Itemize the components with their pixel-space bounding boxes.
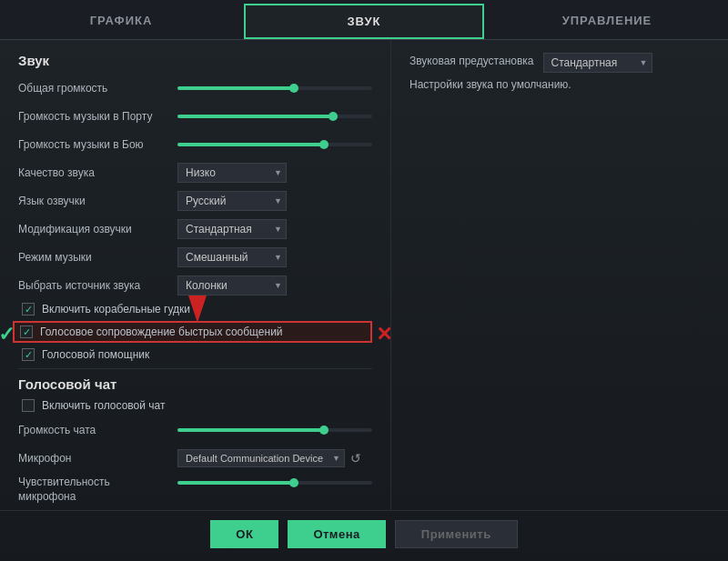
voice-quick-label: Голосовое сопровождение быстрых сообщени… <box>40 326 283 338</box>
voice-lang-row: Язык озвучки Русский English <box>18 190 372 212</box>
voice-quick-checkbox[interactable] <box>20 326 33 338</box>
voice-assistant-row: Голосовой помощник <box>18 348 372 361</box>
right-panel: Звуковая предустановка Стандартная Настр… <box>391 40 728 510</box>
voice-lang-label: Язык озвучки <box>18 195 177 207</box>
master-volume-label: Общая громкость <box>18 82 177 95</box>
voice-lang-dropdown[interactable]: Русский English <box>177 191 287 211</box>
voice-lang-dropdown-wrap: Русский English <box>177 191 287 211</box>
port-music-slider[interactable] <box>177 115 372 118</box>
annotation-arrow <box>187 296 208 326</box>
music-mode-row: Режим музыки Смешанный <box>18 246 372 268</box>
voice-chat-title: Голосовой чат <box>18 376 372 392</box>
annotation-checkmark: ✓ <box>0 323 15 346</box>
sound-section-title: Звук <box>18 53 372 68</box>
battle-music-label: Громкость музыки в Бою <box>18 138 177 151</box>
mic-sensitivity-slider[interactable] <box>177 481 372 485</box>
chat-volume-slider[interactable] <box>177 428 372 432</box>
master-volume-row: Общая громкость <box>18 77 372 99</box>
refresh-icon[interactable]: ↺ <box>350 451 361 466</box>
sound-source-label: Выбрать источник звука <box>18 279 177 292</box>
music-mode-dropdown[interactable]: Смешанный <box>177 247 287 267</box>
preset-row: Звуковая предустановка Стандартная <box>410 53 710 73</box>
voice-assistant-label: Голосовой помощник <box>42 348 149 361</box>
voice-mod-label: Модификация озвучки <box>18 223 177 235</box>
port-music-row: Громкость музыки в Порту <box>18 105 372 127</box>
sound-source-dropdown-wrap: Колонки <box>177 275 287 296</box>
cancel-button[interactable]: Отмена <box>288 520 385 548</box>
battle-music-slider[interactable] <box>177 143 372 146</box>
main-content: Звук Общая громкость Громкость музыки в … <box>0 40 728 510</box>
settings-window: ГРАФИКА ЗВУК УПРАВЛЕНИЕ Звук Общая громк… <box>0 0 728 561</box>
music-mode-dropdown-wrap: Смешанный <box>177 247 287 267</box>
preset-note: Настройки звука по умолчанию. <box>410 78 710 91</box>
chat-volume-label: Громкость чата <box>18 424 177 436</box>
mic-sensitivity-row: Чувствительностьмикрофона <box>18 476 372 504</box>
tabs-container: ГРАФИКА ЗВУК УПРАВЛЕНИЕ <box>0 0 728 40</box>
microphone-controls: Default Communication Device ↺ <box>177 449 361 467</box>
microphone-dropdown[interactable]: Default Communication Device <box>177 449 345 467</box>
preset-label: Звуковая предустановка <box>410 55 534 67</box>
sound-quality-dropdown[interactable]: Низко Средне Высоко <box>177 163 287 183</box>
ok-button[interactable]: ОК <box>210 520 278 548</box>
microphone-label: Микрофон <box>18 452 177 465</box>
sound-quality-dropdown-wrap: Низко Средне Высоко <box>177 163 287 183</box>
tab-graphics[interactable]: ГРАФИКА <box>2 4 240 39</box>
tab-controls[interactable]: УПРАВЛЕНИЕ <box>488 4 726 39</box>
divider-1 <box>18 368 372 369</box>
voice-mod-dropdown-wrap: Стандартная <box>177 219 287 239</box>
voice-mod-dropdown[interactable]: Стандартная <box>177 219 287 239</box>
preset-dropdown[interactable]: Стандартная <box>543 53 652 73</box>
footer: ОК Отмена Применить <box>0 510 728 561</box>
microphone-dropdown-wrap: Default Communication Device <box>177 449 345 467</box>
voice-quick-wrapper: ✓ ✕ Голосовое сопровождение быстрых сооб… <box>18 321 372 343</box>
left-panel: Звук Общая громкость Громкость музыки в … <box>0 40 391 510</box>
chat-volume-row: Громкость чата <box>18 419 372 441</box>
tab-sound[interactable]: ЗВУК <box>244 4 484 39</box>
voice-assistant-checkbox[interactable] <box>22 348 35 361</box>
preset-dropdown-wrap: Стандартная <box>543 53 652 73</box>
sound-quality-label: Качество звука <box>18 166 177 179</box>
voice-mod-row: Модификация озвучки Стандартная <box>18 218 372 240</box>
annotation-x: ✕ <box>376 323 391 346</box>
master-volume-slider[interactable] <box>177 86 372 90</box>
port-music-label: Громкость музыки в Порту <box>18 110 177 123</box>
svg-marker-0 <box>188 296 207 323</box>
enable-voice-row: Включить голосовой чат <box>18 399 372 412</box>
enable-voice-label: Включить голосовой чат <box>42 399 165 412</box>
ship-horns-label: Включить корабельные гудки <box>42 303 190 316</box>
sound-source-row: Выбрать источник звука Колонки <box>18 275 372 296</box>
sound-source-dropdown[interactable]: Колонки <box>177 275 287 296</box>
ship-horns-checkbox[interactable] <box>22 303 35 316</box>
mic-sensitivity-label: Чувствительностьмикрофона <box>18 476 177 504</box>
apply-button[interactable]: Применить <box>395 520 518 548</box>
battle-music-row: Громкость музыки в Бою <box>18 134 372 155</box>
microphone-row: Микрофон Default Communication Device ↺ <box>18 447 372 469</box>
music-mode-label: Режим музыки <box>18 251 177 264</box>
sound-quality-row: Качество звука Низко Средне Высоко <box>18 162 372 184</box>
enable-voice-checkbox[interactable] <box>22 399 35 412</box>
